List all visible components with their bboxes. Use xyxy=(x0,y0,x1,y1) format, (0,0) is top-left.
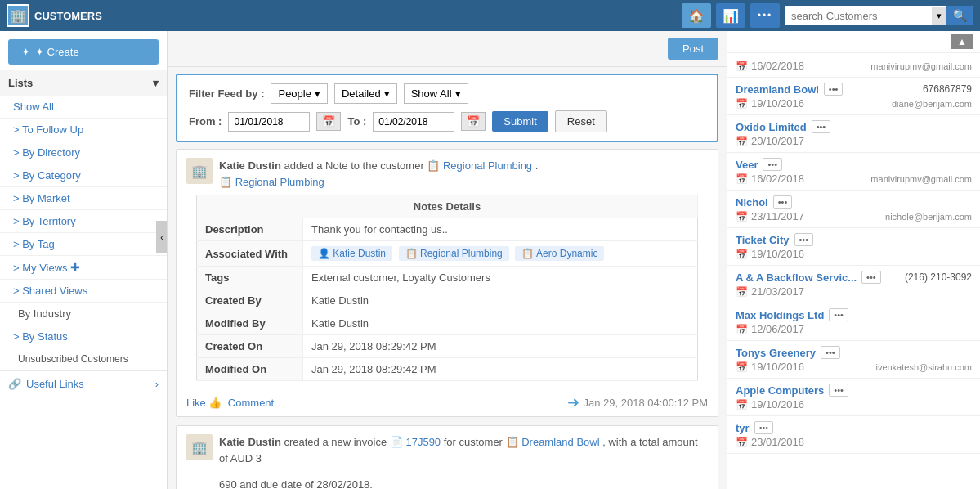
calendar-icon: 📅 xyxy=(736,324,748,335)
item-more-button[interactable]: ••• xyxy=(812,120,831,133)
feed-text: Katie Dustin added a Note to the custome… xyxy=(219,158,538,190)
item-more-button[interactable]: ••• xyxy=(794,233,814,246)
right-item-meta: 📅 19/10/2016 ivenkatesh@sirahu.com xyxy=(736,361,972,373)
create-icon: ✦ xyxy=(21,46,30,58)
post-bar: Post xyxy=(168,31,727,67)
right-item-date: 📅 16/02/2018 xyxy=(736,173,804,185)
description-label: Description xyxy=(197,218,303,241)
sidebar-item-by-territory[interactable]: > By Territory xyxy=(0,210,167,233)
show-all-dropdown[interactable]: Show All ▾ xyxy=(404,83,468,104)
description-value: Thank you for contacting us.. xyxy=(303,218,698,241)
customer-name[interactable]: Max Holdings Ltd xyxy=(736,309,824,321)
date-value: 20/10/2017 xyxy=(751,135,804,147)
right-item-date: 📅 23/11/2017 xyxy=(736,210,804,222)
customer-name[interactable]: Apple Computers xyxy=(736,384,824,397)
item-more-button[interactable]: ••• xyxy=(829,308,848,321)
home-button[interactable]: 🏠 xyxy=(682,3,711,28)
customer-name[interactable]: Tonys Greenery xyxy=(736,347,816,359)
to-calendar-button[interactable]: 📅 xyxy=(461,112,486,131)
comment-button[interactable]: Comment xyxy=(228,397,274,409)
sidebar-item-by-industry[interactable]: By Industry xyxy=(0,303,167,325)
sidebar-item-shared-views[interactable]: > Shared Views xyxy=(0,280,167,303)
table-row: Description Thank you for contacting us.… xyxy=(197,218,698,241)
customer-name[interactable]: Veer xyxy=(736,159,758,171)
date-value: 21/03/2017 xyxy=(751,285,804,298)
phone-value: (216) 210-3092 xyxy=(905,271,972,283)
chart-button[interactable]: 📊 xyxy=(716,3,745,28)
calendar-icon: 📅 xyxy=(736,61,748,72)
associated-label: Associated With xyxy=(197,241,303,267)
dreamland-bowl-link[interactable]: Dreamland Bowl xyxy=(521,436,602,448)
notes-container: Notes Details Description Thank you for … xyxy=(177,195,718,388)
post-button[interactable]: Post xyxy=(668,38,718,60)
create-label: ✦ Create xyxy=(35,46,79,58)
right-item-date: 📅 19/10/2016 xyxy=(736,248,804,260)
regional-plumbing-link-1[interactable]: Regional Plumbing xyxy=(443,159,535,172)
people-dropdown[interactable]: People ▾ xyxy=(271,83,327,104)
feed-scroll[interactable]: 🏢 Katie Dustin added a Note to the custo… xyxy=(168,149,727,489)
like-button[interactable]: Like 👍 xyxy=(186,397,222,409)
sidebar-item-by-tag[interactable]: > By Tag xyxy=(0,233,167,256)
regional-plumbing-badge[interactable]: 📋 Regional Plumbing xyxy=(399,246,509,261)
right-item-date: 📅 19/10/2016 xyxy=(736,361,804,373)
right-item-meta: 📅 21/03/2017 xyxy=(736,285,972,298)
search-wrap: ▾ 🔍 xyxy=(785,6,973,25)
search-go-button[interactable]: 🔍 xyxy=(946,6,973,25)
lists-header[interactable]: Lists ▾ xyxy=(0,70,167,96)
customer-name[interactable]: Dreamland Bowl xyxy=(736,83,819,96)
item-more-button[interactable]: ••• xyxy=(824,83,844,96)
item-more-button[interactable]: ••• xyxy=(773,195,793,209)
show-all-chevron-icon: ▾ xyxy=(455,87,461,100)
customer-name[interactable]: tyr xyxy=(736,422,750,434)
sidebar-item-by-market[interactable]: > By Market xyxy=(0,187,167,210)
to-date-input[interactable] xyxy=(373,112,454,132)
search-dropdown-button[interactable]: ▾ xyxy=(932,7,946,25)
aero-dynamic-badge[interactable]: 📋 Aero Dynamic xyxy=(515,246,604,261)
item-more-button[interactable]: ••• xyxy=(821,346,840,359)
sidebar-item-show-all[interactable]: Show All xyxy=(0,96,167,119)
customer-name[interactable]: Oxido Limited xyxy=(736,121,807,133)
regional-plumbing-link-2[interactable]: Regional Plumbing xyxy=(235,176,324,188)
customer-name[interactable]: Ticket City xyxy=(736,234,790,246)
date-value: 23/11/2017 xyxy=(751,210,804,222)
reset-button[interactable]: Reset xyxy=(555,110,607,132)
list-item: 📅 16/02/2018 manivirupmv@gmail.com xyxy=(727,53,980,78)
katie-dustin-badge[interactable]: 👤 Katie Dustin xyxy=(311,246,392,261)
sidebar-item-by-directory[interactable]: > By Directory xyxy=(0,141,167,164)
table-row: Associated With 👤 Katie Dustin 📋 Regiona… xyxy=(197,241,698,267)
people-label: People xyxy=(278,87,311,100)
invoice-link[interactable]: 17J590 xyxy=(405,436,441,448)
sidebar-collapse-button[interactable]: ‹ xyxy=(156,221,168,253)
submit-button[interactable]: Submit xyxy=(492,111,548,132)
sidebar-item-unsubscribed[interactable]: Unsubscribed Customers xyxy=(0,348,167,370)
customer-name[interactable]: Nichol xyxy=(736,196,768,209)
sidebar-item-by-status[interactable]: > By Status xyxy=(0,325,167,348)
right-item-meta: 📅 23/01/2018 xyxy=(736,436,972,448)
to-label: To : xyxy=(347,115,366,128)
right-item-date: 📅 20/10/2017 xyxy=(736,135,804,147)
right-item-top: tyr ••• xyxy=(736,421,972,434)
from-date-input[interactable] xyxy=(228,112,310,132)
sidebar-item-my-views[interactable]: > My Views ✚ xyxy=(0,256,167,280)
scroll-up-button[interactable]: ▲ xyxy=(951,34,973,49)
item-more-button[interactable]: ••• xyxy=(754,421,774,434)
table-row: Modified On Jan 29, 2018 08:29:42 PM xyxy=(197,358,698,381)
customer-name[interactable]: A & A Backflow Servic... xyxy=(736,271,857,284)
from-calendar-button[interactable]: 📅 xyxy=(316,112,341,131)
item-more-button[interactable]: ••• xyxy=(861,271,881,284)
more-button[interactable]: ••• xyxy=(750,3,780,28)
search-input[interactable] xyxy=(785,7,932,25)
detailed-dropdown[interactable]: Detailed ▾ xyxy=(334,83,397,104)
sidebar-item-by-category[interactable]: > By Category xyxy=(0,164,167,187)
feed-item-2: 🏢 Katie Dustin created a new invoice 📄 1… xyxy=(176,425,718,489)
table-row: Created On Jan 29, 2018 08:29:42 PM xyxy=(197,335,698,358)
useful-links[interactable]: 🔗 Useful Links › xyxy=(0,370,167,397)
sidebar-item-to-follow-up[interactable]: > To Follow Up xyxy=(0,119,167,141)
right-item-meta: 📅 16/02/2018 manivirupmv@gmail.com xyxy=(736,173,972,185)
create-button[interactable]: ✦ ✦ Create xyxy=(8,39,159,65)
item-more-button[interactable]: ••• xyxy=(763,158,782,171)
right-item-top: Dreamland Bowl ••• 676867879 xyxy=(736,83,972,96)
item-more-button[interactable]: ••• xyxy=(829,384,848,397)
email-value: ivenkatesh@sirahu.com xyxy=(875,362,972,372)
calendar-icon: 📅 xyxy=(736,361,748,373)
